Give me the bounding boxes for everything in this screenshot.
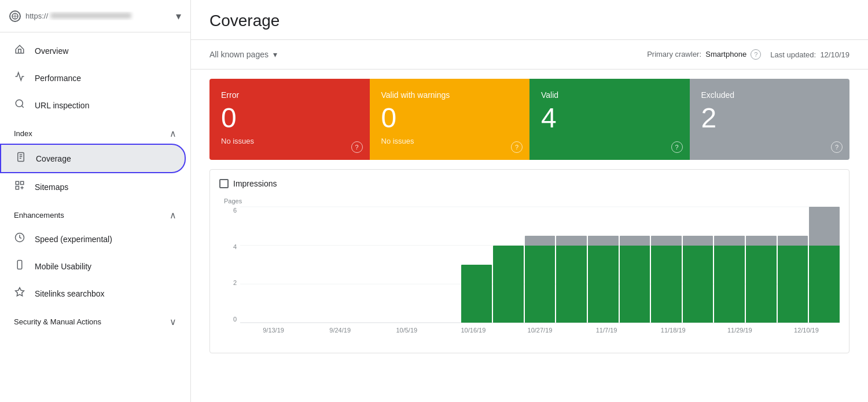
status-card-excluded[interactable]: Excluded 2 ? bbox=[690, 79, 850, 160]
sidebar-item-performance-label: Performance bbox=[35, 74, 81, 83]
primary-crawler-help-icon[interactable]: ? bbox=[751, 49, 761, 60]
x-label: 12/10/19 bbox=[773, 327, 840, 334]
primary-crawler-info: Primary crawler: Smartphone ? bbox=[647, 49, 761, 60]
sitemaps-icon bbox=[14, 180, 25, 193]
sidebar-item-mobile-usability[interactable]: Mobile Usability bbox=[0, 253, 186, 280]
status-card-valid[interactable]: Valid 4 ? bbox=[529, 79, 690, 160]
y-label-2: 2 bbox=[219, 279, 237, 286]
x-label: 11/18/19 bbox=[640, 327, 707, 334]
sidebar-item-url-inspection[interactable]: URL inspection bbox=[0, 92, 186, 119]
excluded-card-help-icon[interactable]: ? bbox=[831, 141, 843, 153]
x-label: 10/16/19 bbox=[440, 327, 506, 334]
sitelinks-icon bbox=[14, 287, 25, 300]
x-label: 9/13/19 bbox=[240, 327, 307, 334]
bar-group bbox=[651, 207, 682, 323]
bar-gray bbox=[714, 236, 745, 246]
home-icon bbox=[14, 44, 25, 57]
sidebar-item-sitemaps[interactable]: Sitemaps bbox=[0, 173, 186, 200]
sidebar-item-speed[interactable]: Speed (experimental) bbox=[0, 225, 186, 253]
bar-group bbox=[778, 207, 808, 323]
status-card-error[interactable]: Error 0 No issues ? bbox=[209, 79, 370, 160]
x-label: 10/27/19 bbox=[506, 327, 573, 334]
valid-card-count: 4 bbox=[541, 104, 678, 132]
svg-rect-15 bbox=[17, 261, 22, 269]
bar-green bbox=[714, 246, 745, 323]
bar-green bbox=[588, 246, 619, 323]
sidebar-item-sitemaps-label: Sitemaps bbox=[35, 182, 68, 192]
bar-gray bbox=[651, 236, 682, 246]
status-card-warning[interactable]: Valid with warnings 0 No issues ? bbox=[370, 79, 530, 160]
enhancements-section-label: Enhancements bbox=[14, 211, 64, 220]
mobile-icon bbox=[14, 260, 25, 273]
sidebar-nav: Overview Performance URL inspection Inde… bbox=[0, 32, 190, 337]
bar-group bbox=[335, 207, 366, 323]
excluded-card-title: Excluded bbox=[701, 90, 838, 100]
security-section-header[interactable]: Security & Manual Actions ∨ bbox=[0, 307, 190, 332]
error-card-help-icon[interactable]: ? bbox=[351, 141, 363, 153]
x-label: 9/24/19 bbox=[307, 327, 373, 334]
last-updated-label: Last updated: bbox=[770, 50, 816, 59]
excluded-card-count: 2 bbox=[701, 104, 838, 132]
filter-label: All known pages bbox=[209, 50, 269, 59]
x-label: 11/29/19 bbox=[707, 327, 773, 334]
sidebar-item-overview[interactable]: Overview bbox=[0, 37, 186, 64]
impressions-label: Impressions bbox=[233, 179, 277, 188]
url-icon bbox=[9, 10, 21, 22]
bar-group bbox=[398, 207, 429, 323]
chart-legend: Impressions bbox=[219, 179, 840, 188]
svg-rect-11 bbox=[16, 187, 19, 189]
x-label: 10/5/19 bbox=[373, 327, 440, 334]
bar-group bbox=[272, 207, 303, 323]
bar-gray bbox=[683, 236, 713, 246]
bars-render bbox=[240, 207, 840, 323]
bar-green bbox=[620, 246, 650, 323]
coverage-icon bbox=[15, 152, 27, 165]
impressions-checkbox[interactable] bbox=[219, 179, 229, 188]
warning-card-help-icon[interactable]: ? bbox=[511, 141, 523, 153]
bar-green bbox=[809, 246, 840, 323]
url-prefix: https:// bbox=[25, 12, 48, 20]
bar-group bbox=[556, 207, 587, 323]
sidebar-item-speed-label: Speed (experimental) bbox=[35, 235, 112, 244]
url-bar[interactable]: https:// ▾ bbox=[0, 0, 190, 32]
x-axis: 9/13/199/24/1910/5/1910/16/1910/27/1911/… bbox=[240, 327, 840, 334]
sidebar-item-coverage[interactable]: Coverage bbox=[0, 144, 186, 173]
sidebar-item-url-inspection-label: URL inspection bbox=[35, 101, 89, 110]
bar-group bbox=[746, 207, 777, 323]
index-section-header[interactable]: Index ∧ bbox=[0, 119, 190, 144]
bar-group bbox=[493, 207, 524, 323]
sidebar-item-performance[interactable]: Performance bbox=[0, 64, 186, 92]
sidebar: https:// ▾ Overview Performance URL insp… bbox=[0, 0, 191, 402]
svg-rect-9 bbox=[16, 181, 19, 184]
bar-group bbox=[240, 207, 271, 323]
bar-green bbox=[683, 246, 713, 323]
sidebar-item-sitelinks-searchbox[interactable]: Sitelinks searchbox bbox=[0, 280, 186, 307]
warning-card-desc: No issues bbox=[381, 137, 518, 145]
svg-line-4 bbox=[21, 105, 23, 107]
valid-card-help-icon[interactable]: ? bbox=[671, 141, 683, 153]
y-label-4: 4 bbox=[219, 243, 237, 250]
error-card-desc: No issues bbox=[221, 137, 358, 145]
valid-card-title: Valid bbox=[541, 90, 678, 100]
enhancements-section-header[interactable]: Enhancements ∧ bbox=[0, 200, 190, 225]
enhancements-chevron-icon: ∧ bbox=[170, 210, 176, 221]
bar-group bbox=[588, 207, 619, 323]
index-section-label: Index bbox=[14, 129, 32, 138]
bar-gray bbox=[778, 236, 808, 246]
filter-dropdown-button[interactable]: All known pages ▾ bbox=[209, 50, 277, 59]
url-dropdown-icon[interactable]: ▾ bbox=[176, 10, 181, 23]
bar-gray bbox=[588, 236, 619, 246]
main-content: Coverage All known pages ▾ Primary crawl… bbox=[191, 0, 868, 402]
bar-group bbox=[303, 207, 334, 323]
url-text: https:// bbox=[25, 12, 171, 20]
svg-rect-10 bbox=[21, 181, 24, 184]
bar-gray bbox=[746, 236, 777, 246]
performance-icon bbox=[14, 71, 25, 85]
sidebar-item-coverage-label: Coverage bbox=[36, 154, 71, 163]
bar-gray bbox=[620, 236, 650, 246]
security-chevron-icon: ∨ bbox=[170, 316, 176, 327]
bar-group bbox=[367, 207, 398, 323]
bar-group bbox=[809, 207, 840, 323]
warning-card-title: Valid with warnings bbox=[381, 90, 518, 100]
warning-card-count: 0 bbox=[381, 104, 518, 132]
